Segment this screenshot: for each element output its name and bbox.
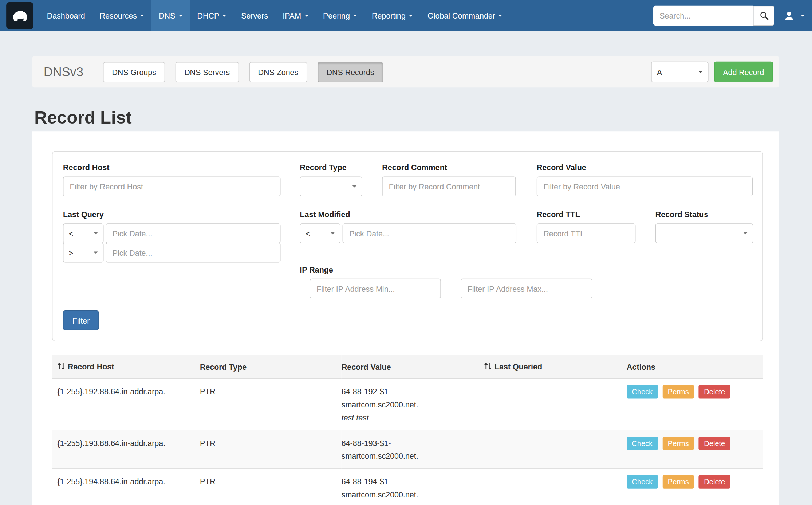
user-menu[interactable] <box>784 11 805 21</box>
record-host-cell: {1-255}.194.88.64.in-addr.arpa. <box>52 469 200 505</box>
last-modified-date-input[interactable] <box>343 223 516 243</box>
chevron-down-icon <box>222 15 226 17</box>
delete-button[interactable]: Delete <box>699 475 730 489</box>
check-button[interactable]: Check <box>627 437 658 450</box>
last-query-after-date-input[interactable] <box>106 243 280 262</box>
perms-button[interactable]: Perms <box>663 437 694 450</box>
module-title: DNSv3 <box>44 64 83 79</box>
nav-dhcp[interactable]: DHCP <box>190 0 234 31</box>
actions-cell: Check Perms Delete <box>627 469 763 505</box>
col-header-record-type: Record Type <box>200 355 342 379</box>
chevron-down-icon <box>94 251 98 254</box>
perms-button[interactable]: Perms <box>663 475 694 489</box>
nav-resources[interactable]: Resources <box>92 0 152 31</box>
tab-dns-zones[interactable]: DNS Zones <box>249 62 307 82</box>
table-header-row: Record Host Record Type Record Value Las… <box>52 355 763 379</box>
record-value-input[interactable] <box>537 177 753 196</box>
chevron-down-icon <box>409 15 413 17</box>
nav-dashboard[interactable]: Dashboard <box>40 0 92 31</box>
nav-peering[interactable]: Peering <box>316 0 364 31</box>
col-header-actions: Actions <box>627 355 763 379</box>
last-queried-cell <box>484 430 627 469</box>
filter-last-query: Last Query < > <box>63 210 281 262</box>
nav-dns[interactable]: DNS <box>151 0 190 31</box>
ip-range-label: IP Range <box>300 265 592 274</box>
nav-servers[interactable]: Servers <box>234 0 275 31</box>
filter-record-comment: Record Comment <box>382 163 516 196</box>
record-type-cell: PTR <box>200 430 342 469</box>
last-query-lt-operator-select[interactable]: < <box>63 223 104 243</box>
record-value-cell: 64-88-193-$1-smartcom.sc2000.net. <box>342 430 484 469</box>
last-modified-label: Last Modified <box>300 210 516 219</box>
delete-button[interactable]: Delete <box>699 385 730 398</box>
check-button[interactable]: Check <box>627 475 658 489</box>
chevron-down-icon <box>352 185 356 188</box>
record-type-filter-select[interactable] <box>300 177 362 196</box>
subheader-actions: A Add Record <box>651 62 773 82</box>
dns-tabs: DNS Groups DNS Servers DNS Zones DNS Rec… <box>103 62 383 82</box>
record-status-select[interactable] <box>655 223 753 243</box>
filter-panel: Record Host Record Type Record Comment R… <box>52 151 763 341</box>
nav-ipam[interactable]: IPAM <box>275 0 316 31</box>
filter-record-type: Record Type <box>300 163 362 196</box>
col-header-last-queried[interactable]: Last Queried <box>484 355 627 379</box>
record-type-cell: PTR <box>200 469 342 505</box>
filter-submit-button[interactable]: Filter <box>63 310 99 330</box>
filter-record-ttl: Record TTL <box>537 210 636 243</box>
filter-record-value: Record Value <box>537 163 753 196</box>
record-host-input[interactable] <box>63 177 281 196</box>
actions-cell: Check Perms Delete <box>627 379 763 430</box>
app-logo[interactable] <box>6 2 33 29</box>
search-button[interactable] <box>753 6 774 26</box>
record-status-label: Record Status <box>655 210 753 219</box>
delete-button[interactable]: Delete <box>699 437 730 450</box>
record-ttl-input[interactable] <box>537 223 636 243</box>
sort-icon <box>484 363 492 371</box>
col-header-record-host[interactable]: Record Host <box>52 355 200 379</box>
col-header-record-value: Record Value <box>342 355 484 379</box>
record-host-cell: {1-255}.193.88.64.in-addr.arpa. <box>52 430 200 469</box>
dns-subheader: DNSv3 DNS Groups DNS Servers DNS Zones D… <box>32 56 779 87</box>
last-modified-operator-select[interactable]: < <box>300 223 340 243</box>
last-query-before-date-input[interactable] <box>106 223 280 243</box>
user-icon <box>784 11 795 21</box>
search-input[interactable] <box>653 6 753 26</box>
top-navbar: Dashboard Resources DNS DHCP Servers IPA… <box>0 0 812 31</box>
perms-button[interactable]: Perms <box>663 385 694 398</box>
mammoth-logo-icon <box>11 8 29 23</box>
actions-cell: Check Perms Delete <box>627 430 763 469</box>
record-host-label: Record Host <box>63 163 281 172</box>
filter-record-status: Record Status <box>655 210 753 243</box>
tab-dns-groups[interactable]: DNS Groups <box>103 62 165 82</box>
navbar-right <box>653 6 812 26</box>
check-button[interactable]: Check <box>627 385 658 398</box>
chevron-down-icon <box>178 15 182 17</box>
nav-global-commander[interactable]: Global Commander <box>420 0 510 31</box>
chevron-down-icon <box>304 15 308 17</box>
record-value-cell: 64-88-194-$1-smartcom.sc2000.net. <box>342 469 484 505</box>
app-viewport: Dashboard Resources DNS DHCP Servers IPA… <box>0 0 812 505</box>
ip-address-max-input[interactable] <box>461 279 592 298</box>
records-table: Record Host Record Type Record Value Las… <box>52 355 763 505</box>
filter-record-host: Record Host <box>63 163 281 196</box>
nav-reporting[interactable]: Reporting <box>364 0 420 31</box>
tab-dns-records[interactable]: DNS Records <box>318 62 383 82</box>
chevron-down-icon <box>498 15 502 17</box>
search-icon <box>759 11 769 20</box>
record-comment-input[interactable] <box>382 177 516 196</box>
chevron-down-icon <box>801 15 805 17</box>
last-query-gt-operator-select[interactable]: > <box>63 243 104 262</box>
record-comment-label: Record Comment <box>382 163 516 172</box>
main-nav: Dashboard Resources DNS DHCP Servers IPA… <box>40 0 510 31</box>
record-value-label: Record Value <box>537 163 753 172</box>
search-group <box>653 6 774 26</box>
add-record-button[interactable]: Add Record <box>714 62 773 82</box>
record-type-select[interactable]: A <box>651 62 708 82</box>
ip-address-min-input[interactable] <box>310 279 441 298</box>
tab-dns-servers[interactable]: DNS Servers <box>176 62 239 82</box>
chevron-down-icon <box>743 232 747 235</box>
content-card: Record Host Record Type Record Comment R… <box>32 131 779 505</box>
chevron-down-icon <box>140 15 144 17</box>
table-row: {1-255}.192.88.64.in-addr.arpa. PTR 64-8… <box>52 379 763 430</box>
last-queried-cell <box>484 469 627 505</box>
